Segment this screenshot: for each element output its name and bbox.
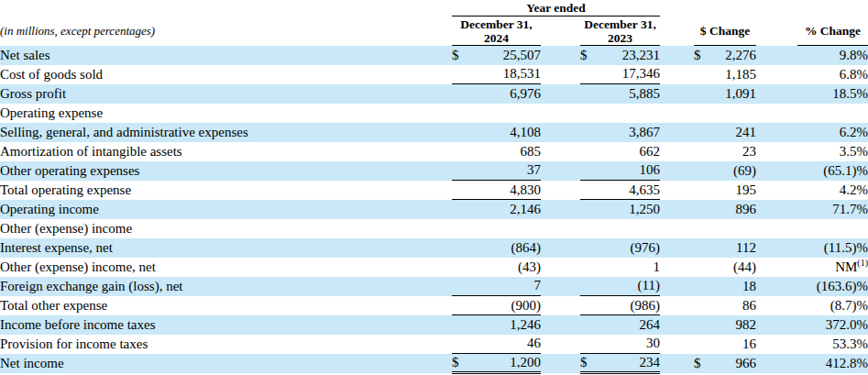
table-row: Total operating expense 4,830 4,635 195 …: [0, 181, 868, 200]
cell-dollar-change-value: 966: [707, 354, 756, 373]
cell-2024-value: 18,531: [467, 65, 541, 84]
cell-gap: [541, 238, 580, 258]
cell-dollar-change-sign: [694, 123, 707, 142]
cell-2024-value: 685: [467, 142, 541, 161]
percent-change-text: NM: [835, 259, 857, 274]
table-row: Income before income taxes 1,246 264 982…: [0, 315, 868, 335]
cell-2023-dollar-sign: [580, 161, 595, 181]
cell-gap: [541, 315, 580, 335]
cell-gap: [756, 258, 797, 277]
cell-2023-dollar-sign: [580, 142, 595, 161]
cell-dollar-change-sign: $: [694, 354, 707, 373]
footnote-superscript: (1): [857, 258, 868, 268]
year-ended-heading: Year ended: [452, 0, 660, 17]
cell-gap: [541, 200, 580, 219]
percent-change-text: 412.8%: [826, 356, 868, 370]
cell-gap: [756, 161, 797, 181]
table-row: Operating expense: [0, 104, 868, 123]
cell-percent-change-value: NM(1): [797, 258, 868, 277]
cell-dollar-change-sign: [694, 84, 707, 104]
cell-gap: [756, 123, 797, 142]
cell-gap: [756, 84, 797, 104]
cell-2023-value: 5,885: [595, 84, 660, 104]
cell-gap: [660, 181, 694, 200]
column-header-dollar-change: $ Change: [694, 17, 756, 46]
table-row: Operating income 2,146 1,250 896 71.7%: [0, 200, 868, 219]
cell-gap: [756, 46, 797, 65]
cell-gap: [660, 296, 694, 315]
cell-2023-dollar-sign: [580, 315, 595, 335]
cell-dollar-change-value: 112: [707, 238, 756, 258]
cell-percent-change-value: 6.8%: [797, 65, 868, 84]
cell-gap: [541, 354, 580, 373]
cell-2023-dollar-sign: [580, 277, 595, 296]
cell-2023-dollar-sign: [580, 84, 595, 104]
cell-dollar-change-sign: [694, 181, 707, 200]
cell-gap: [541, 219, 580, 238]
row-label: Other (expense) income, net: [0, 258, 452, 277]
cell-2024-dollar-sign: [452, 200, 467, 219]
cell-gap: [660, 200, 694, 219]
cell-2023-value: 23,231: [595, 46, 660, 65]
row-label: Other (expense) income: [0, 219, 452, 238]
row-label-text: Cost of goods sold: [0, 67, 103, 82]
cell-dollar-change-value: 195: [707, 181, 756, 200]
cell-2023-dollar-sign: $: [580, 354, 595, 373]
cell-percent-change-value: 6.2%: [797, 123, 868, 142]
cell-2024-value: 6,976: [467, 84, 541, 104]
table-row: Amortization of intangible assets 685 66…: [0, 142, 868, 161]
percent-change-text: (11.5)%: [824, 240, 868, 255]
row-label: Provision for income taxes: [0, 335, 452, 354]
cell-gap: [541, 258, 580, 277]
cell-2023-dollar-sign: [580, 200, 595, 219]
cell-gap: [660, 142, 694, 161]
cell-gap: [541, 277, 580, 296]
cell-dollar-change-sign: [694, 219, 707, 238]
row-label-text: Gross profit: [0, 86, 66, 101]
row-label-text: Total other expense: [0, 298, 107, 313]
cell-dollar-change-value: 896: [707, 200, 756, 219]
cell-2023-value: 1,250: [595, 200, 660, 219]
row-label: Selling, general, and administrative exp…: [0, 123, 452, 142]
cell-dollar-change-sign: [694, 142, 707, 161]
cell-gap: [756, 354, 797, 373]
row-label-text: Foreign exchange gain (loss), net: [0, 279, 183, 293]
cell-dollar-change-value: 86: [707, 296, 756, 315]
cell-gap: [541, 181, 580, 200]
cell-2023-dollar-sign: [580, 123, 595, 142]
cell-2023-value: 234: [595, 354, 660, 373]
row-label: Net income: [0, 354, 452, 373]
cell-2023-value: 662: [595, 142, 660, 161]
units-note: (in millions, except percentages): [0, 17, 452, 46]
row-label-text: Operating expense: [0, 105, 103, 120]
cell-gap: [541, 65, 580, 84]
cell-2024-value: 4,108: [467, 123, 541, 142]
cell-gap: [541, 142, 580, 161]
column-header-percent-change: % Change: [797, 17, 868, 46]
cell-dollar-change-value: (44): [707, 258, 756, 277]
table-row: Total other expense (900) (986) 86 (8.7)…: [0, 296, 868, 315]
cell-2024-value: [467, 104, 541, 123]
cell-2023-dollar-sign: [580, 258, 595, 277]
header-spacer: [660, 0, 868, 17]
cell-2024-dollar-sign: [452, 142, 467, 161]
cell-dollar-change-value: 18: [707, 277, 756, 296]
cell-dollar-change-value: [707, 104, 756, 123]
row-label-text: Interest expense, net: [0, 240, 113, 255]
cell-percent-change-value: (11.5)%: [797, 238, 868, 258]
row-label-text: Net income: [0, 356, 64, 370]
cell-2024-value: (43): [467, 258, 541, 277]
cell-gap: [660, 84, 694, 104]
table-row: Other operating expenses 37 106 (69) (65…: [0, 161, 868, 181]
cell-percent-change-value: 4.2%: [797, 181, 868, 200]
row-label-text: Provision for income taxes: [0, 336, 148, 351]
cell-2024-dollar-sign: [452, 104, 467, 123]
cell-percent-change-value: (163.6)%: [797, 277, 868, 296]
cell-gap: [756, 277, 797, 296]
cell-2024-value: [467, 219, 541, 238]
header-row-columns: (in millions, except percentages) Decemb…: [0, 17, 868, 46]
row-label: Cost of goods sold: [0, 65, 452, 84]
cell-dollar-change-value: 241: [707, 123, 756, 142]
cell-gap: [541, 46, 580, 65]
percent-change-text: 18.5%: [832, 86, 868, 101]
